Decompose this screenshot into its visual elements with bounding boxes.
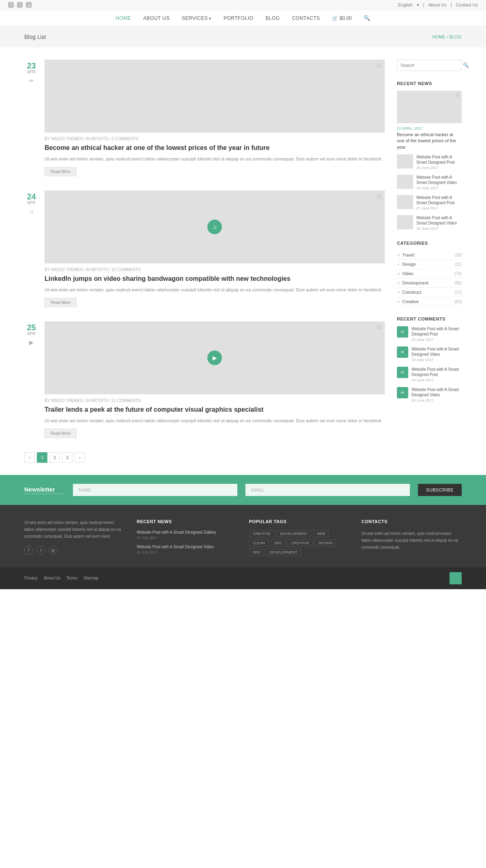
footer-news-date: 29 July 2017 bbox=[137, 536, 237, 540]
category-name[interactable]: Creative bbox=[402, 299, 454, 304]
newsletter-name-input[interactable] bbox=[73, 484, 237, 496]
post-image: 🖼 ▶ bbox=[45, 321, 385, 394]
comment-title[interactable]: Website Post with A Smart Designed Post bbox=[411, 326, 462, 337]
sidebar-news-item: Website Post with A Smart Designed Video… bbox=[397, 215, 462, 231]
pagination-page-1[interactable]: 1 bbox=[37, 452, 47, 463]
footer-link-sitemap[interactable]: Sitemap bbox=[83, 576, 98, 580]
main-content: 23 APR ✏ 🖼 BY NINZIO THEMES / IN ARTISTS… bbox=[0, 47, 486, 475]
post-video-icon: ▶ bbox=[24, 339, 38, 346]
tag-development[interactable]: DEVELOPMENT bbox=[276, 530, 311, 537]
category-name[interactable]: Development bbox=[402, 280, 454, 285]
sidebar-news-date: 26 June 2017 bbox=[416, 186, 462, 190]
tag-creative[interactable]: CREATIVE bbox=[249, 530, 274, 537]
tag-design[interactable]: DESIGN bbox=[315, 539, 336, 547]
read-more-button[interactable]: Read More bbox=[45, 167, 77, 176]
sidebar-news-info: Website Post with A Smart Designed Post … bbox=[416, 195, 462, 210]
post-excerpt: Ut wisi enim ad minim veniam, quis nostr… bbox=[45, 417, 385, 425]
top-bar: f t g English ▾ | About Us | Contact Us bbox=[0, 0, 486, 10]
page-title: Blog List bbox=[24, 34, 46, 40]
comment-date: 22 June 2017 bbox=[411, 338, 462, 342]
footer-news-item: Website Post with A Smart Designed Video… bbox=[137, 545, 237, 554]
comment-date: 24 June 2017 bbox=[411, 378, 462, 382]
nav-home[interactable]: HOME bbox=[116, 15, 131, 21]
topbar-about-link[interactable]: About Us bbox=[428, 2, 446, 7]
footer-link-about[interactable]: About Us bbox=[44, 576, 60, 580]
nav-contacts[interactable]: CONTACTS bbox=[292, 15, 320, 21]
language-selector[interactable]: English bbox=[398, 2, 413, 7]
category-name[interactable]: Travel bbox=[402, 252, 454, 257]
video-play-button[interactable]: ▶ bbox=[207, 351, 222, 365]
recent-news-main-title[interactable]: Become an ethical hacker at one of the l… bbox=[397, 132, 462, 150]
tag-seo[interactable]: SEO bbox=[271, 539, 286, 547]
category-name[interactable]: Design bbox=[402, 262, 454, 267]
search-input[interactable] bbox=[397, 60, 460, 71]
footer-link-terms[interactable]: Terms bbox=[66, 576, 77, 580]
subscribe-button[interactable]: SUBSCRIBE bbox=[418, 484, 462, 496]
footer-news-title[interactable]: Website Post with A Smart Designed Galle… bbox=[137, 530, 237, 534]
comment-date: 25 June 2017 bbox=[411, 398, 462, 402]
footer-contacts-text: Ut wisi enim ad minim veniam, quis nostr… bbox=[362, 530, 462, 551]
breadcrumb-path: HOME › BLOG bbox=[432, 34, 462, 39]
twitter-icon[interactable]: t bbox=[17, 2, 23, 8]
pagination-page-2[interactable]: 2 bbox=[49, 452, 60, 463]
breadcrumb-bar: Blog List HOME › BLOG bbox=[0, 26, 486, 47]
nav-blog[interactable]: BLOG bbox=[266, 15, 280, 21]
nav-services[interactable]: SERVICES bbox=[182, 15, 211, 21]
sidebar-news-item: Website Post with A Smart Designed Post … bbox=[397, 195, 462, 210]
pagination-next[interactable]: › bbox=[75, 452, 85, 463]
pagination: ‹ 1 2 3 › bbox=[24, 452, 385, 463]
pagination-page-3[interactable]: 3 bbox=[62, 452, 72, 463]
tag-creative2[interactable]: CREATIVE bbox=[288, 539, 313, 547]
sidebar-news-title[interactable]: Website Post with A Smart Designed Post bbox=[416, 154, 462, 165]
sidebar-news-thumb bbox=[397, 175, 413, 189]
sidebar-news-title[interactable]: Website Post with A Smart Designed Post bbox=[416, 195, 462, 205]
google-icon[interactable]: g bbox=[26, 2, 32, 8]
read-more-button[interactable]: Read More bbox=[45, 298, 77, 307]
nav-about[interactable]: ABOUT US bbox=[143, 15, 170, 21]
breadcrumb-home[interactable]: HOME bbox=[432, 34, 446, 39]
nav-search-icon[interactable]: 🔍 bbox=[364, 15, 370, 21]
category-count: (63) bbox=[454, 299, 462, 304]
tag-web[interactable]: WEB bbox=[313, 530, 329, 537]
image-icon: 🖼 bbox=[377, 194, 382, 199]
tag-seo2[interactable]: SEO bbox=[249, 549, 264, 556]
footer: Ut wisi enim ad minim veniam, quis nostr… bbox=[0, 505, 486, 567]
sidebar-recent-comments-section: RECENT COMMENTS ✉ Website Post with A Sm… bbox=[397, 316, 462, 402]
footer-link-privacy[interactable]: Privacy bbox=[24, 576, 38, 580]
nav-portfolio[interactable]: PORTFOLIO bbox=[224, 15, 254, 21]
footer-recent-news-col: RECENT NEWS Website Post with A Smart De… bbox=[137, 519, 237, 559]
post-image: 🖼 ♫ bbox=[45, 190, 385, 263]
footer-facebook-icon[interactable]: f bbox=[24, 546, 33, 555]
topbar-separator: | bbox=[423, 2, 424, 7]
comment-title[interactable]: Website Post with A Smart Designed Video bbox=[411, 346, 462, 357]
topbar-contact-link[interactable]: Contact Us bbox=[456, 2, 478, 7]
music-play-button[interactable]: ♫ bbox=[207, 220, 222, 234]
comment-title[interactable]: Website Post with A Smart Designed Post bbox=[411, 367, 462, 377]
post-month: APR bbox=[24, 331, 38, 336]
comment-title[interactable]: Website Post with A Smart Designed Video bbox=[411, 387, 462, 398]
read-more-button[interactable]: Read More bbox=[45, 429, 77, 438]
pagination-prev[interactable]: ‹ bbox=[24, 452, 35, 463]
sidebar-news-title[interactable]: Website Post with A Smart Designed Video bbox=[416, 175, 462, 185]
category-item: ✓ Travel (20) bbox=[397, 250, 462, 260]
footer-green-bar bbox=[450, 572, 462, 584]
category-name[interactable]: Video bbox=[402, 271, 454, 276]
post-meta: BY NINZIO THEMES / IN ARTISTS / 21 COMME… bbox=[45, 398, 385, 403]
nav-cart[interactable]: 🛒 $0.00 bbox=[332, 15, 352, 21]
footer-instagram-icon[interactable]: ig bbox=[49, 546, 58, 555]
post-day: 25 bbox=[24, 323, 38, 331]
post-image: 🖼 bbox=[45, 60, 385, 133]
search-button[interactable]: 🔍 bbox=[460, 60, 472, 71]
tag-clean[interactable]: CLEAN bbox=[249, 539, 269, 547]
sidebar-news-thumb bbox=[397, 195, 413, 209]
social-icons: f t g bbox=[8, 2, 32, 8]
category-name[interactable]: Construct bbox=[402, 290, 454, 295]
tag-development2[interactable]: DEVELOPMENT bbox=[266, 549, 301, 556]
breadcrumb-current: BLOG bbox=[449, 34, 462, 39]
footer-twitter-icon[interactable]: t bbox=[36, 546, 45, 555]
newsletter-email-input[interactable] bbox=[245, 484, 410, 496]
footer-news-title[interactable]: Website Post with A Smart Designed Video bbox=[137, 545, 237, 549]
sidebar-news-title[interactable]: Website Post with A Smart Designed Video bbox=[416, 215, 462, 226]
post-title: Trailer lends a peek at the future of co… bbox=[45, 405, 385, 414]
facebook-icon[interactable]: f bbox=[8, 2, 14, 8]
